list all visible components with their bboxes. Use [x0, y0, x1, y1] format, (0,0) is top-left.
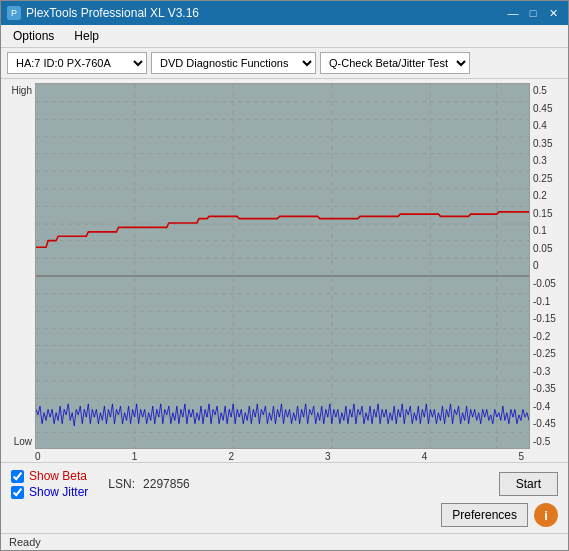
show-jitter-checkbox[interactable]	[11, 486, 24, 499]
chart-area: High Low	[1, 79, 568, 451]
y-r-0: 0.5	[533, 85, 562, 96]
show-beta-row: Show Beta	[11, 469, 88, 483]
y-r-19: -0.45	[533, 418, 562, 429]
y-r-3: 0.35	[533, 138, 562, 149]
lsn-value: 2297856	[143, 477, 190, 491]
y-r-7: 0.15	[533, 208, 562, 219]
minimize-button[interactable]: —	[504, 5, 522, 21]
y-r-6: 0.2	[533, 190, 562, 201]
preferences-button[interactable]: Preferences	[441, 503, 528, 527]
x-labels: 0 1 2 3 4 5	[1, 451, 530, 462]
menu-options[interactable]: Options	[5, 27, 62, 45]
y-r-9: 0.05	[533, 243, 562, 254]
menu-bar: Options Help	[1, 25, 568, 48]
x-label-5: 5	[518, 451, 524, 462]
y-r-1: 0.45	[533, 103, 562, 114]
y-r-10: 0	[533, 260, 562, 271]
y-r-18: -0.4	[533, 401, 562, 412]
show-jitter-row: Show Jitter	[11, 485, 88, 499]
checkboxes: Show Beta Show Jitter	[11, 469, 88, 499]
show-beta-checkbox[interactable]	[11, 470, 24, 483]
status-bar: Ready	[1, 533, 568, 550]
function-select[interactable]: DVD Diagnostic Functions	[151, 52, 316, 74]
x-label-1: 1	[132, 451, 138, 462]
svg-rect-0	[36, 84, 529, 448]
main-window: P PlexTools Professional XL V3.16 — □ ✕ …	[0, 0, 569, 551]
prefs-controls: Preferences i	[441, 503, 558, 527]
y-low-label: Low	[7, 436, 32, 447]
title-bar-left: P PlexTools Professional XL V3.16	[7, 6, 199, 20]
x-label-4: 4	[422, 451, 428, 462]
show-jitter-label: Show Jitter	[29, 485, 88, 499]
info-button[interactable]: i	[534, 503, 558, 527]
bottom-row: Show Beta Show Jitter LSN: 2297856 Start	[11, 469, 558, 499]
x-label-0: 0	[35, 451, 41, 462]
y-r-12: -0.1	[533, 296, 562, 307]
y-r-16: -0.3	[533, 366, 562, 377]
y-r-2: 0.4	[533, 120, 562, 131]
chart-svg	[36, 84, 529, 448]
y-r-8: 0.1	[533, 225, 562, 236]
prefs-row: Preferences i	[11, 503, 558, 527]
lsn-label: LSN:	[108, 477, 135, 491]
toolbar: HA:7 ID:0 PX-760A DVD Diagnostic Functio…	[1, 48, 568, 79]
title-controls: — □ ✕	[504, 5, 562, 21]
y-r-4: 0.3	[533, 155, 562, 166]
title-bar: P PlexTools Professional XL V3.16 — □ ✕	[1, 1, 568, 25]
y-r-15: -0.25	[533, 348, 562, 359]
app-icon: P	[7, 6, 21, 20]
y-r-5: 0.25	[533, 173, 562, 184]
show-beta-label: Show Beta	[29, 469, 87, 483]
y-r-13: -0.15	[533, 313, 562, 324]
bottom-panel: Show Beta Show Jitter LSN: 2297856 Start…	[1, 462, 568, 533]
drive-select[interactable]: HA:7 ID:0 PX-760A	[7, 52, 147, 74]
test-select[interactable]: Q-Check Beta/Jitter Test	[320, 52, 470, 74]
x-label-3: 3	[325, 451, 331, 462]
lsn-area: LSN: 2297856	[108, 477, 189, 491]
maximize-button[interactable]: □	[524, 5, 542, 21]
y-right-labels: 0.5 0.45 0.4 0.35 0.3 0.25 0.2 0.15 0.1 …	[530, 83, 562, 449]
y-high-label: High	[7, 85, 32, 96]
status-text: Ready	[9, 536, 41, 548]
start-button[interactable]: Start	[499, 472, 558, 496]
x-label-2: 2	[228, 451, 234, 462]
right-buttons: Start	[499, 472, 558, 496]
y-r-17: -0.35	[533, 383, 562, 394]
y-left-labels: High Low	[7, 83, 35, 449]
y-r-11: -0.05	[533, 278, 562, 289]
close-button[interactable]: ✕	[544, 5, 562, 21]
menu-help[interactable]: Help	[66, 27, 107, 45]
chart-container	[35, 83, 530, 449]
y-r-14: -0.2	[533, 331, 562, 342]
window-title: PlexTools Professional XL V3.16	[26, 6, 199, 20]
y-r-20: -0.5	[533, 436, 562, 447]
